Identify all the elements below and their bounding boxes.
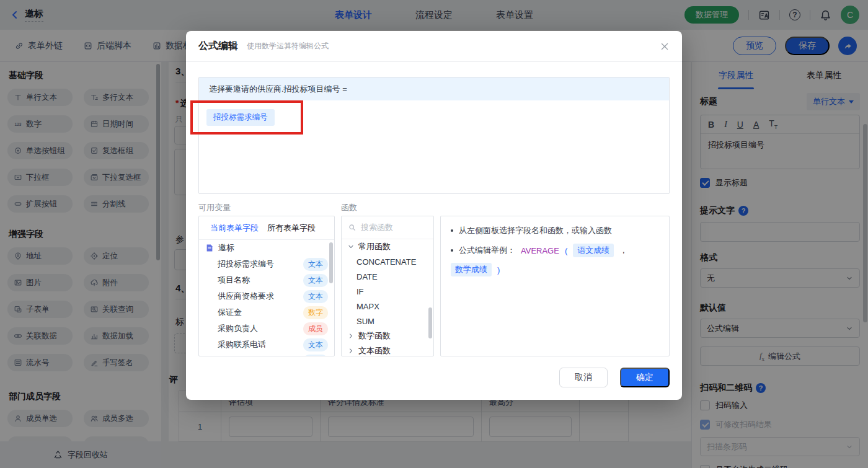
variable-field-row[interactable]: 采购负责人成员 [199, 320, 334, 337]
function-group-label: 数学函数 [358, 330, 391, 342]
formula-target: 选择要邀请的供应商.招投标项目编号 = [199, 77, 669, 100]
tip-line: 从左侧面板选择字段名和函数，或输入函数 [451, 225, 659, 236]
function-item[interactable]: CONCATENATE [342, 254, 433, 269]
argument-separator: ， [619, 245, 627, 256]
caret-collapsed-icon [347, 347, 355, 355]
variable-field-row[interactable]: 招投标需求编号文本 [199, 256, 334, 272]
function-group[interactable]: 数学函数 [342, 329, 433, 343]
variable-field-name: 招投标需求编号 [218, 258, 274, 270]
form-node[interactable]: 邀标 [199, 240, 334, 256]
variables-tab-0[interactable]: 当前表单字段 [210, 223, 259, 234]
variable-field-row[interactable]: 项目名称文本 [199, 272, 334, 288]
function-group[interactable]: 常用函数 [342, 239, 433, 254]
function-name-text: AVERAGE [521, 246, 559, 255]
function-search-placeholder: 搜索函数 [361, 222, 393, 233]
function-group-label: 常用函数 [358, 241, 391, 252]
open-paren: ( [565, 246, 567, 255]
variable-field-name: 保证金 [218, 307, 242, 318]
variables-label: 可用变量 [198, 202, 231, 213]
formula-edit-dialog: 公式编辑 使用数学运算符编辑公式 选择要邀请的供应商.招投标项目编号 = 招投标… [186, 31, 682, 400]
variable-field-name: 采购联系电话 [218, 339, 266, 350]
variables-panel: 当前表单字段所有表单字段 邀标招投标需求编号文本项目名称文本供应商资格要求文本保… [198, 216, 335, 356]
variable-field-row[interactable]: 供应商资格要求文本 [199, 288, 334, 304]
function-group-label: 文本函数 [358, 345, 391, 356]
functions-tree: 常用函数CONCATENATEDATEIFMAPXSUM数学函数文本函数 [342, 239, 433, 356]
tips-panel: 从左侧面板选择字段名和函数，或输入函数 公式编辑举例：AVERAGE(语文成绩，… [440, 216, 670, 356]
dialog-subtitle: 使用数学运算符编辑公式 [247, 41, 329, 51]
variable-field-row[interactable]: 采购联系电话文本 [199, 337, 334, 353]
function-item[interactable]: MAPX [342, 299, 433, 314]
search-icon [348, 223, 356, 232]
variables-tree: 邀标招投标需求编号文本项目名称文本供应商资格要求文本保证金数字采购负责人成员采购… [199, 240, 334, 356]
functions-label: 函数 [341, 202, 357, 213]
functions-panel: 搜索函数 常用函数CONCATENATEDATEIFMAPXSUM数学函数文本函… [341, 216, 434, 356]
tip-example-line: 公式编辑举例：AVERAGE(语文成绩，数学成绩) [451, 244, 659, 276]
variables-scrollbar[interactable] [329, 242, 333, 283]
confirm-button[interactable]: 确定 [620, 368, 670, 387]
argument-chip[interactable]: 数学成绩 [451, 263, 492, 276]
type-badge: 文本 [303, 274, 328, 287]
bullet-icon [451, 249, 453, 252]
variable-field-row[interactable]: 文本 [199, 353, 334, 356]
dialog-header: 公式编辑 使用数学运算符编辑公式 [186, 31, 682, 62]
argument-chip[interactable]: 语文成绩 [573, 244, 614, 257]
variable-field-name: 采购负责人 [218, 323, 258, 334]
dialog-footer: 取消 确定 [559, 368, 670, 387]
type-badge: 文本 [303, 338, 328, 351]
bullet-icon [451, 229, 453, 232]
function-search[interactable]: 搜索函数 [342, 216, 433, 239]
function-item[interactable]: IF [342, 284, 433, 299]
type-badge: 文本 [303, 290, 328, 303]
formula-editor[interactable]: 选择要邀请的供应商.招投标项目编号 = 招投标需求编号 [198, 77, 670, 194]
function-item[interactable]: DATE [342, 269, 433, 284]
type-badge: 成员 [303, 322, 328, 335]
app-window: 邀标 表单设计流程设定表单设置 数据管理 ? C 表单外链后端脚本数据权限 预览… [0, 0, 868, 468]
function-item[interactable]: SUM [342, 314, 433, 329]
functions-scrollbar[interactable] [428, 307, 432, 338]
tip-example-prefix: 公式编辑举例： [459, 245, 515, 256]
caret-expanded-icon [347, 242, 355, 251]
type-badge: 文本 [303, 355, 328, 357]
variable-field-name: 供应商资格要求 [218, 291, 274, 302]
caret-collapsed-icon [347, 332, 355, 340]
form-doc-icon [205, 244, 214, 252]
dialog-title: 公式编辑 [198, 40, 238, 53]
variable-field-row[interactable]: 保证金数字 [199, 304, 334, 320]
variables-tab-1[interactable]: 所有表单字段 [267, 223, 316, 234]
cancel-button[interactable]: 取消 [559, 368, 608, 387]
formula-chip[interactable]: 招投标需求编号 [206, 109, 275, 126]
type-badge: 数字 [303, 306, 328, 319]
close-paren: ) [497, 265, 500, 275]
form-node-label: 邀标 [218, 242, 234, 254]
close-icon[interactable] [660, 42, 670, 51]
type-badge: 文本 [303, 258, 328, 271]
variables-tabs: 当前表单字段所有表单字段 [199, 216, 334, 240]
function-group[interactable]: 文本函数 [342, 343, 433, 356]
variable-field-name: 项目名称 [218, 275, 250, 286]
